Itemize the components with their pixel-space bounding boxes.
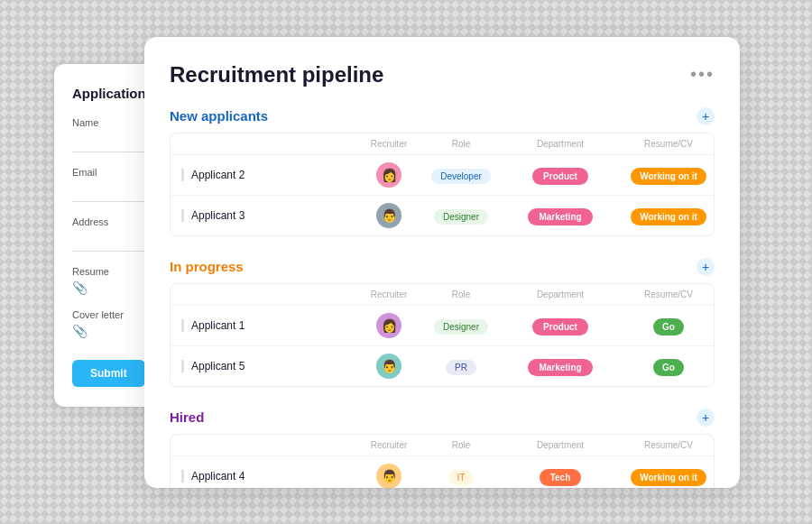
table-row: Applicant 3👨DesignerMarketingWorking on … — [171, 195, 714, 235]
col-headers-hired: RecruiterRoleDepartmentResume/CVPhone in… — [171, 435, 714, 455]
col-head-name — [181, 440, 362, 450]
recruiter-avatar: 👩 — [376, 162, 401, 188]
department-badge: Marketing — [528, 359, 592, 376]
add-row-button-new-applicants[interactable]: + — [697, 107, 715, 125]
section-title-hired: Hired — [170, 409, 204, 425]
table-row: Applicant 4👨ITTechWorking on itGo — [171, 455, 714, 488]
applicant-name: Applicant 2 — [181, 169, 362, 181]
role-badge: Designer — [434, 319, 488, 335]
scene: Application form Name Email Address Resu… — [54, 28, 758, 497]
recruiter-avatar: 👨 — [376, 464, 401, 488]
col-head-0: Recruiter — [362, 139, 416, 149]
resume-status-badge: Go — [653, 318, 684, 336]
pipeline-header: Recruitment pipeline ••• — [170, 62, 715, 87]
submit-button[interactable]: Submit — [72, 360, 145, 387]
section-new-applicants: New applicants+RecruiterRoleDepartmentRe… — [170, 107, 715, 236]
add-row-button-hired[interactable]: + — [697, 409, 715, 427]
section-header-in-progress: In progress+ — [170, 258, 715, 276]
table-in-progress: RecruiterRoleDepartmentResume/CVPhone in… — [170, 283, 715, 387]
col-headers-new-applicants: RecruiterRoleDepartmentResume/CVPhone in… — [171, 133, 714, 154]
table-row: Applicant 2👩DeveloperProductWorking on i… — [171, 154, 714, 195]
pipeline-title: Recruitment pipeline — [170, 62, 383, 87]
resume-status-badge: Working on it — [631, 168, 706, 185]
col-head-1: Role — [416, 440, 506, 450]
table-row: Applicant 1👩DesignerProductGoNo go — [171, 305, 714, 345]
col-head-2: Department — [506, 440, 614, 450]
department-badge: Product — [532, 168, 588, 185]
col-head-2: Department — [506, 290, 614, 299]
table-new-applicants: RecruiterRoleDepartmentResume/CVPhone in… — [170, 133, 715, 236]
table-row: Applicant 5👨PRMarketingGoWorking on It — [171, 345, 714, 386]
recruiter-avatar: 👩 — [376, 313, 401, 338]
col-head-name — [181, 139, 362, 149]
section-header-hired: Hired+ — [170, 409, 715, 427]
role-badge: PR — [446, 360, 476, 375]
col-head-name — [181, 290, 362, 299]
col-head-3: Resume/CV — [614, 440, 715, 450]
resume-status-badge: Working on it — [631, 208, 706, 225]
add-row-button-in-progress[interactable]: + — [697, 258, 715, 276]
col-head-0: Recruiter — [362, 440, 416, 450]
col-head-3: Resume/CV — [614, 139, 715, 149]
applicant-name: Applicant 3 — [181, 209, 362, 222]
col-head-2: Department — [506, 139, 614, 149]
department-badge: Tech — [540, 469, 582, 486]
applicant-name: Applicant 5 — [181, 360, 362, 372]
col-head-3: Resume/CV — [614, 290, 715, 299]
more-options-icon[interactable]: ••• — [690, 64, 715, 85]
section-in-progress: In progress+RecruiterRoleDepartmentResum… — [170, 258, 715, 387]
resume-status-badge: Go — [653, 359, 684, 376]
role-badge: IT — [448, 470, 475, 485]
section-title-new-applicants: New applicants — [170, 108, 268, 124]
section-hired: Hired+RecruiterRoleDepartmentResume/CVPh… — [170, 409, 715, 488]
department-badge: Product — [532, 318, 588, 336]
resume-status-badge: Working on it — [631, 469, 706, 486]
section-header-new-applicants: New applicants+ — [170, 107, 715, 125]
recruiter-avatar: 👨 — [376, 203, 401, 228]
department-badge: Marketing — [528, 208, 592, 225]
recruiter-avatar: 👨 — [376, 354, 401, 379]
applicant-name: Applicant 4 — [181, 470, 362, 483]
pipeline-card: Recruitment pipeline ••• New applicants+… — [144, 37, 740, 488]
col-head-1: Role — [416, 290, 506, 299]
col-head-1: Role — [416, 139, 506, 149]
sections-container: New applicants+RecruiterRoleDepartmentRe… — [170, 107, 715, 488]
role-badge: Designer — [434, 209, 488, 225]
col-headers-in-progress: RecruiterRoleDepartmentResume/CVPhone in… — [171, 284, 714, 305]
section-title-in-progress: In progress — [170, 259, 244, 274]
applicant-name: Applicant 1 — [181, 319, 362, 332]
col-head-0: Recruiter — [362, 290, 416, 299]
role-badge: Developer — [431, 169, 491, 184]
table-hired: RecruiterRoleDepartmentResume/CVPhone in… — [170, 434, 715, 488]
